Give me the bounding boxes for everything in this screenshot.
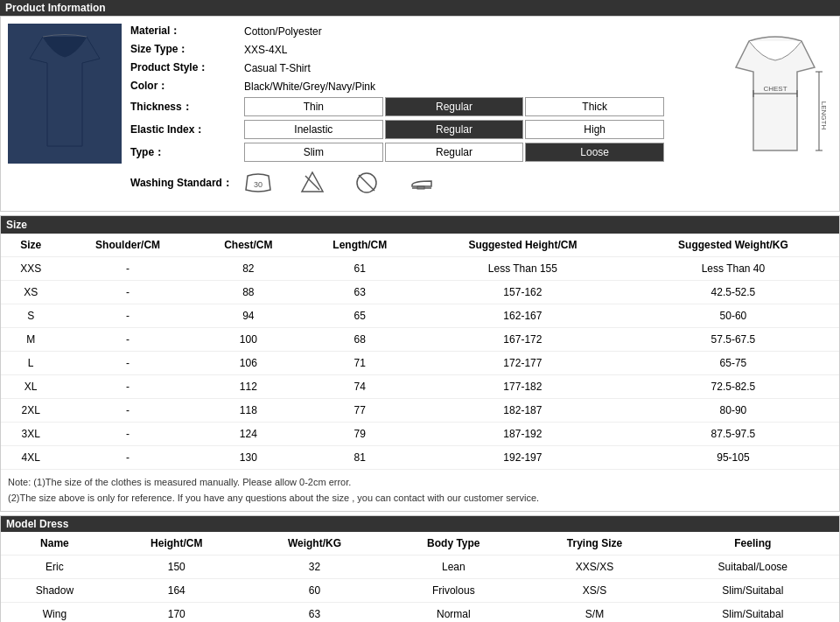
table-row: Eric15032LeanXXS/XSSuitabal/Loose [1,556,839,579]
thickness-thick[interactable]: Thick [525,97,664,116]
product-details: Material： Cotton/Polyester Size Type： XX… [130,24,710,204]
washing-row: Washing Standard： 30 [130,165,710,200]
table-cell: 82 [195,257,302,281]
table-cell: Frivolous [384,579,522,603]
table-cell: Less Than 40 [627,257,839,281]
table-cell: 170 [108,603,245,622]
table-cell: 106 [195,352,302,375]
table-cell: 32 [245,556,385,579]
table-cell: 95-105 [627,446,839,470]
iron-icon [407,169,435,197]
elastic-row: Elastic Index： Inelastic Regular High [130,120,710,139]
model-table-header-row: Name Height/CM Weight/KG Body Type Tryin… [1,532,839,556]
table-cell: - [60,257,195,281]
thickness-group: Thin Regular Thick [244,97,664,116]
type-label: Type： [130,145,244,160]
table-cell: 42.5-52.5 [627,281,839,304]
table-cell: 61 [302,257,418,281]
size-type-label: Size Type： [130,42,244,57]
product-style-value: Casual T-Shirt [244,62,311,74]
model-dress-section: Model Dress Name Height/CM Weight/KG Bod… [0,515,840,622]
table-cell: 68 [302,328,418,352]
model-col-height: Height/CM [108,532,245,556]
washing-icons: 30 [244,165,435,200]
size-table-header-row: Size Shoulder/CM Chest/CM Length/CM Sugg… [1,234,839,257]
table-cell: 192-197 [418,446,627,470]
svg-line-2 [305,176,319,190]
table-row: XL-11274177-18272.5-82.5 [1,375,839,399]
col-size: Size [1,234,60,257]
color-value: Black/White/Grey/Navy/Pink [244,80,375,93]
table-cell: M [1,328,60,352]
table-cell: XXS/XS [522,556,666,579]
thickness-regular[interactable]: Regular [385,97,524,116]
table-cell: 100 [195,328,302,352]
model-col-body: Body Type [384,532,522,556]
wash-30-icon: 30 [244,169,272,197]
table-cell: L [1,352,60,375]
material-label: Material： [130,24,244,38]
table-cell: 118 [195,399,302,423]
table-row: Shadow16460FrivolousXS/SSlim/Suitabal [1,579,839,603]
table-cell: Normal [384,603,522,622]
col-length: Length/CM [302,234,418,257]
table-cell: 112 [195,375,302,399]
table-cell: Slim/Suitabal [667,579,839,603]
table-cell: 80-90 [627,399,839,423]
model-col-name: Name [1,532,108,556]
size-header: Size [1,216,839,234]
table-cell: 72.5-82.5 [627,375,839,399]
elastic-inelastic[interactable]: Inelastic [244,120,383,139]
table-cell: 65 [302,304,418,328]
col-shoulder: Shoulder/CM [60,234,195,257]
type-slim[interactable]: Slim [244,143,383,162]
thickness-label: Thickness： [130,100,244,115]
table-cell: Shadow [1,579,108,603]
table-cell: 63 [245,603,385,622]
table-row: S-9465162-16750-60 [1,304,839,328]
type-loose[interactable]: Loose [525,143,664,162]
table-cell: - [60,281,195,304]
size-diagram: LENGTH CHEST [718,24,832,204]
table-row: XXS-8261Less Than 155Less Than 40 [1,257,839,281]
product-style-label: Product Style： [130,60,244,75]
table-row: Wing17063NormalS/MSlim/Suitabal [1,603,839,622]
table-cell: XXS [1,257,60,281]
table-cell: 50-60 [627,304,839,328]
table-cell: 60 [245,579,385,603]
type-regular[interactable]: Regular [385,143,524,162]
model-dress-header: Model Dress [1,516,839,532]
table-cell: 71 [302,352,418,375]
color-label: Color： [130,79,244,94]
table-cell: - [60,352,195,375]
table-cell: Less Than 155 [418,257,627,281]
table-cell: 167-172 [418,328,627,352]
elastic-high[interactable]: High [525,120,664,139]
elastic-regular[interactable]: Regular [385,120,524,139]
table-cell: 74 [302,375,418,399]
model-col-feeling: Feeling [667,532,839,556]
model-col-trying: Trying Size [522,532,666,556]
elastic-label: Elastic Index： [130,122,244,137]
material-value: Cotton/Polyester [244,25,322,38]
table-cell: 94 [195,304,302,328]
table-row: 4XL-13081192-19795-105 [1,446,839,470]
table-cell: Lean [384,556,522,579]
washing-label: Washing Standard： [130,176,244,191]
table-cell: - [60,304,195,328]
table-cell: 164 [108,579,245,603]
thickness-thin[interactable]: Thin [244,97,383,116]
table-cell: 63 [302,281,418,304]
product-info-section: Product Information Material： Cotton/Pol… [0,0,840,212]
table-cell: 57.5-67.5 [627,328,839,352]
product-info-header: Product Information [0,0,840,16]
table-cell: 150 [108,556,245,579]
model-col-weight: Weight/KG [245,532,385,556]
type-row: Type： Slim Regular Loose [130,143,710,162]
table-cell: XL [1,375,60,399]
table-cell: 187-192 [418,423,627,446]
table-cell: 77 [302,399,418,423]
table-row: 2XL-11877182-18780-90 [1,399,839,423]
size-note-1: Note: (1)The size of the clothes is meas… [8,475,832,491]
table-cell: 87.5-97.5 [627,423,839,446]
